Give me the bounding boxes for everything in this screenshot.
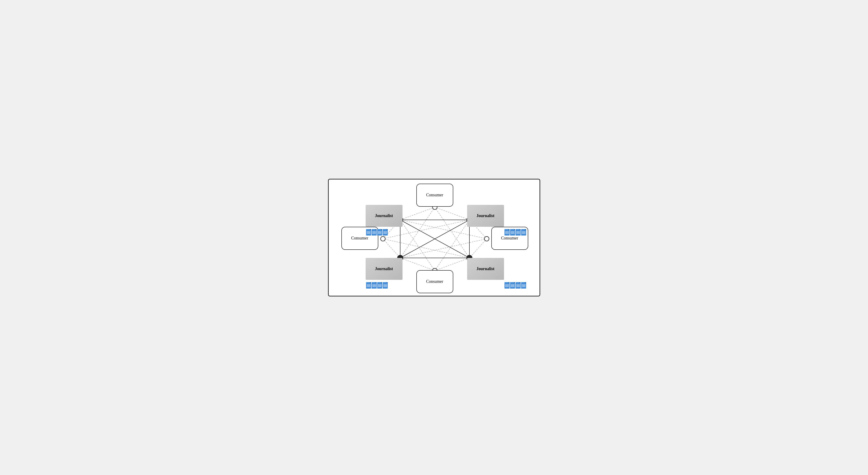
journalist-topleft: Journalist (366, 205, 403, 227)
doc-icon-topright (504, 229, 526, 235)
svg-line-21 (400, 220, 469, 258)
svg-line-7 (383, 239, 469, 258)
svg-line-15 (435, 258, 469, 271)
svg-line-13 (435, 220, 469, 271)
doc-icon-bottomright (504, 282, 526, 289)
consumer-top: Consumer (416, 184, 453, 207)
journalist-bottomright: Journalist (467, 258, 504, 280)
svg-point-23 (381, 236, 385, 241)
doc-icon-bottomleft (366, 282, 388, 289)
svg-line-1 (435, 207, 469, 220)
journalist-bottomleft: Journalist (366, 258, 403, 280)
svg-line-0 (400, 207, 435, 220)
diagram-container: Consumer Consumer Consumer Consumer Jour… (328, 179, 540, 296)
svg-line-3 (435, 207, 469, 258)
consumer-left-label: Consumer (351, 236, 368, 241)
journalist-topright-label: Journalist (476, 213, 494, 218)
consumer-right-label: Consumer (501, 236, 518, 241)
svg-line-6 (383, 239, 400, 258)
journalist-bottomleft-label: Journalist (375, 266, 393, 271)
consumer-bottom: Consumer (416, 270, 453, 293)
svg-line-14 (400, 258, 435, 271)
doc-icon-topleft (366, 229, 388, 235)
journalist-topright: Journalist (467, 205, 504, 227)
consumer-bottom-label: Consumer (426, 279, 443, 284)
svg-line-10 (400, 239, 487, 258)
consumer-top-label: Consumer (426, 193, 443, 197)
svg-line-2 (400, 207, 435, 258)
journalist-bottomright-label: Journalist (476, 266, 494, 271)
svg-line-20 (400, 220, 469, 258)
svg-line-11 (469, 239, 487, 258)
svg-line-12 (400, 220, 435, 271)
journalist-topleft-label: Journalist (375, 213, 393, 218)
svg-point-24 (485, 236, 489, 241)
